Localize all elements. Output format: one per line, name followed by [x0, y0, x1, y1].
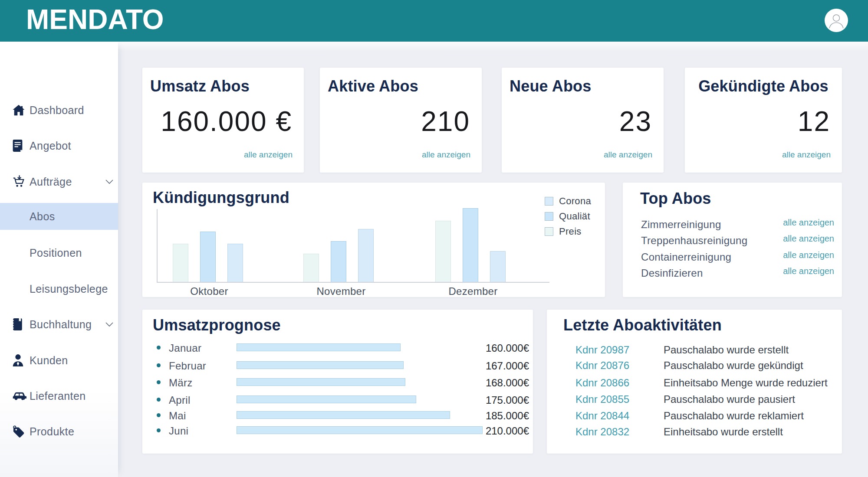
sidebar-item-auftr-ge[interactable]: Aufträge [0, 167, 118, 196]
kuendigungsgrund-title: Kündigungsgrund [153, 189, 289, 207]
legend-item-quali-t: Qualiät [545, 211, 590, 222]
chart-y-axis [157, 209, 158, 282]
kpi-card-value: 210 [421, 108, 470, 135]
sidebar-item-angebot[interactable]: Angebot [0, 131, 118, 160]
cart-icon [12, 175, 27, 188]
home-icon [12, 105, 27, 116]
activity-text: Einheitsabo wurde erstellt [664, 426, 783, 438]
aboaktivitaeten-panel: Letzte Aboaktivitäten Kdnr 20987Pauschal… [547, 310, 842, 454]
tag-icon [12, 425, 27, 438]
top-abo-row-treppenhausreinigung: Treppenhausreinigungalle anzeigen [623, 235, 842, 247]
sidebar-item-label: Leisungsbelege [30, 283, 108, 295]
sidebar-item-abos[interactable]: Abos [0, 203, 118, 230]
top-abo-row-zimmerreinigung: Zimmerreinigungalle anzeigen [623, 219, 842, 231]
kuendigungsgrund-panel: Kündigungsgrund CoronaQualiätPreis Oktob… [142, 183, 605, 297]
prognose-month-label: Mai [169, 410, 186, 422]
prognose-month-label: März [169, 377, 193, 389]
legend-color-swatch [545, 212, 553, 221]
top-abo-name: Desinfizieren [641, 267, 703, 279]
legend-color-swatch [545, 227, 553, 236]
activity-kdnr-link[interactable]: Kdnr 20987 [575, 344, 629, 356]
top-abo-show-all-link[interactable]: alle anzeigen [783, 234, 834, 244]
prognose-bar [237, 411, 450, 419]
bullet-icon [157, 346, 161, 350]
top-abo-name: Zimmerreinigung [641, 219, 721, 231]
sidebar-item-label: Angebot [30, 140, 71, 152]
sidebar-item-dashboard[interactable]: Dashboard [0, 96, 118, 124]
preis-bar-dezember [435, 221, 451, 282]
corona-bar-dezember [490, 251, 506, 282]
top-abo-row-containerreinigung: Containerreinigungalle anzeigen [623, 251, 842, 263]
sidebar-nav: DashboardAngebotAufträgeAbosPositionenLe… [0, 42, 118, 477]
sidebar-item-positionen[interactable]: Positionen [0, 238, 118, 267]
sidebar-item-label: Lieferanten [30, 390, 86, 402]
kpi-card-value: 23 [619, 108, 652, 135]
app-header: MENDATO [0, 0, 868, 42]
sidebar-item-label: Buchhaltung [30, 318, 92, 331]
activity-kdnr-link[interactable]: Kdnr 20855 [575, 393, 629, 405]
prognose-row-januar: Januar160.000€ [142, 342, 533, 353]
kpi-card-show-all-link[interactable]: alle anzeigen [782, 150, 831, 160]
preis-bar-november [303, 254, 319, 282]
top-abo-show-all-link[interactable]: alle anzeigen [783, 250, 834, 260]
umsatzprognose-title: Umsatzprognose [153, 316, 281, 334]
kpi-card-umsatz-abos: Umsatz Abos160.000 €alle anzeigen [142, 68, 304, 173]
chart-month-label: Oktober [190, 285, 228, 297]
activity-kdnr-link[interactable]: Kdnr 20832 [575, 426, 629, 438]
activity-kdnr-link[interactable]: Kdnr 20866 [575, 377, 629, 389]
activity-text: Pauschalabo wurde reklamiert [664, 410, 804, 422]
activity-text: Pauschalabo wurde erstellt [664, 344, 789, 356]
aboaktivitaeten-title: Letzte Aboaktivitäten [563, 316, 722, 334]
quali-t-bar-oktober [200, 232, 216, 282]
prognose-bar [237, 426, 483, 434]
prognose-value: 167.000€ [486, 360, 529, 372]
bullet-icon [157, 428, 161, 432]
prognose-row-juni: Juni210.000€ [142, 425, 533, 436]
kpi-card-show-all-link[interactable]: alle anzeigen [604, 150, 652, 160]
document-icon [12, 140, 27, 152]
person-icon [12, 354, 27, 367]
content-top-strip [118, 42, 868, 51]
activity-kdnr-link[interactable]: Kdnr 20844 [575, 410, 629, 422]
top-abo-row-desinfizieren: Desinfizierenalle anzeigen [623, 267, 842, 279]
sidebar-item-buchhaltung[interactable]: Buchhaltung [0, 310, 118, 339]
sidebar-item-kunden[interactable]: Kunden [0, 346, 118, 375]
prognose-value: 160.000€ [486, 342, 529, 354]
corona-bar-oktober [227, 244, 243, 282]
sidebar-item-leisungsbelege[interactable]: Leisungsbelege [0, 274, 118, 303]
legend-label: Corona [559, 196, 591, 207]
kpi-card-gek-ndigte-abos: Gekündigte Abos12alle anzeigen [685, 68, 842, 173]
user-avatar[interactable] [825, 9, 848, 32]
legend-item-corona: Corona [545, 196, 591, 206]
top-abo-show-all-link[interactable]: alle anzeigen [783, 218, 834, 228]
prognose-row-februar: Februar167.000€ [142, 360, 533, 371]
activity-row: Kdnr 20855Pauschalabo wurde pausiert [547, 393, 842, 405]
user-avatar-icon [826, 10, 846, 30]
prognose-value: 210.000€ [486, 425, 529, 437]
chevron-down-icon [105, 322, 113, 327]
prognose-bar [237, 343, 401, 351]
kpi-card-show-all-link[interactable]: alle anzeigen [422, 150, 470, 160]
top-abo-name: Containerreinigung [641, 251, 731, 263]
kpi-card-neue-abos: Neue Abos23alle anzeigen [502, 68, 664, 173]
activity-kdnr-link[interactable]: Kdnr 20876 [575, 359, 629, 372]
kpi-card-show-all-link[interactable]: alle anzeigen [244, 150, 293, 160]
sidebar-item-lieferanten[interactable]: Lieferanten [0, 382, 118, 410]
legend-label: Qualiät [559, 211, 590, 222]
prognose-value: 168.000€ [486, 377, 529, 389]
bullet-icon [157, 363, 161, 367]
chart-x-axis [157, 282, 549, 283]
sidebar-item-produkte[interactable]: Produkte [0, 417, 118, 446]
kpi-card-title: Gekündigte Abos [685, 77, 842, 95]
bullet-icon [157, 380, 161, 384]
chart-month-label: November [316, 285, 365, 297]
activity-row: Kdnr 20866Einheitsabo Menge wurde reduzi… [547, 377, 842, 389]
prognose-bar [237, 378, 405, 386]
kpi-card-title: Umsatz Abos [150, 77, 250, 95]
book-icon [12, 318, 27, 331]
brand-logo: MENDATO [26, 3, 164, 36]
quali-t-bar-november [331, 241, 346, 282]
top-abo-show-all-link[interactable]: alle anzeigen [783, 266, 834, 276]
kpi-card-title: Aktive Abos [328, 77, 418, 95]
top-abos-title: Top Abos [640, 189, 711, 208]
